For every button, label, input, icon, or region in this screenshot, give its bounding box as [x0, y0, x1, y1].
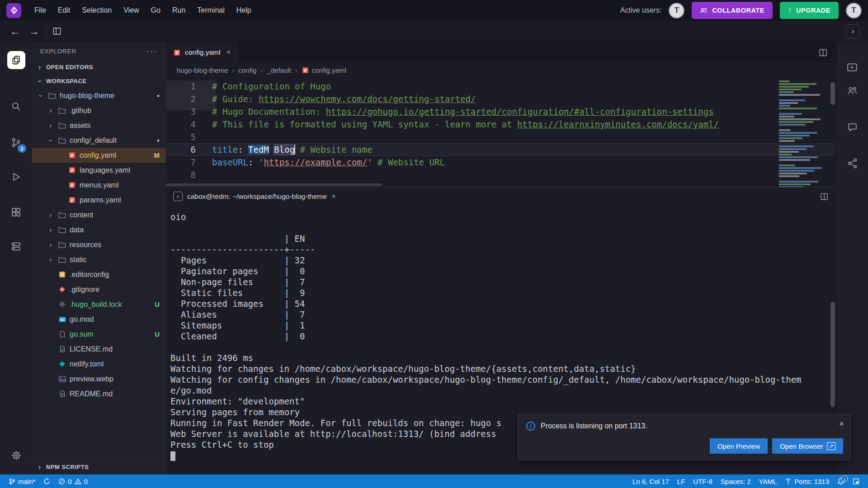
tree-item-README.md[interactable]: ›README.md — [32, 386, 166, 401]
back-button[interactable]: ← — [8, 25, 22, 38]
tree-item-data[interactable]: ›data — [32, 222, 166, 237]
tree-item-resources[interactable]: ›resources — [32, 237, 166, 252]
share-hierarchy-icon[interactable] — [836, 151, 868, 175]
sync-status[interactable] — [39, 474, 54, 488]
source-control-activity-icon[interactable]: 3 — [0, 128, 32, 157]
terminal-close-icon[interactable]: × — [331, 192, 336, 201]
tree-item-menus.yaml[interactable]: ›menus.yaml — [32, 178, 166, 192]
tree-item-.hugo_build.lock[interactable]: ›.hugo_build.lockU — [32, 297, 166, 312]
code-line-3[interactable]: 3# Hugo Documentation: https://gohugo.io… — [166, 105, 836, 118]
tree-item-static[interactable]: ›static — [32, 252, 166, 267]
workspace-section[interactable]: › WORKSPACE — [32, 74, 166, 88]
menu-view[interactable]: View — [118, 4, 145, 17]
layout-columns-icon[interactable] — [52, 26, 62, 36]
tree-item-params.yaml[interactable]: ›params.yaml — [32, 192, 166, 207]
code-line-4[interactable]: 4# This file is formatted using YAML syn… — [166, 118, 836, 131]
comments-icon[interactable] — [836, 115, 868, 139]
tree-item-assets[interactable]: ›assets — [32, 118, 166, 133]
line-number[interactable]: 5 — [166, 131, 212, 143]
tree-item-preview.webp[interactable]: ›preview.webp — [32, 371, 166, 386]
chevron-right-icon[interactable]: › — [47, 241, 55, 249]
tree-item-LICENSE.md[interactable]: ›LICENSE.md — [32, 342, 166, 357]
language-mode-status[interactable]: YAML — [755, 474, 781, 488]
explorer-more-actions-icon[interactable]: ··· — [146, 46, 158, 56]
explorer-activity-icon[interactable] — [0, 46, 32, 75]
tree-item-go.mod[interactable]: ›Gogo.mod — [32, 312, 166, 327]
profile-avatar[interactable]: T — [846, 3, 862, 19]
forward-button[interactable]: → — [27, 25, 41, 38]
open-preview-button[interactable]: Open Preview — [710, 438, 768, 454]
notifications-bell[interactable]: 1 — [833, 474, 849, 488]
tree-item-go.sum[interactable]: ›go.sumU — [32, 327, 166, 342]
editor-horizontal-scrollbar[interactable] — [166, 183, 382, 186]
problems-status[interactable]: 0 0 — [54, 474, 92, 488]
open-editors-section[interactable]: › OPEN EDITORS — [32, 60, 166, 74]
ports-status[interactable]: Ports: 1313 — [781, 474, 833, 488]
editor-scrollbar[interactable] — [830, 82, 835, 105]
npm-scripts-section[interactable]: › NPM SCRIPTS — [32, 459, 166, 474]
split-editor-icon[interactable] — [818, 42, 836, 63]
tab-close-icon[interactable]: × — [226, 48, 231, 57]
open-panel-chevron-icon[interactable]: › — [846, 24, 860, 38]
chevron-right-icon[interactable]: › — [47, 211, 55, 219]
menu-help[interactable]: Help — [231, 4, 257, 17]
chevron-right-icon[interactable]: › — [47, 226, 55, 234]
menu-file[interactable]: File — [28, 4, 52, 17]
tree-item-config/_default[interactable]: ›config/_default● — [32, 133, 166, 148]
chevron-right-icon[interactable]: › — [47, 122, 55, 130]
upgrade-button[interactable]: ↑ UPGRADE — [780, 2, 839, 19]
active-user-avatar[interactable]: T — [669, 3, 684, 19]
extensions-activity-icon[interactable] — [0, 197, 32, 226]
git-branch-status[interactable]: main* — [5, 474, 39, 488]
indentation-status[interactable]: Spaces: 2 — [717, 474, 755, 488]
status-layout-icon[interactable] — [849, 474, 863, 488]
collaborators-icon[interactable] — [836, 79, 868, 103]
settings-gear-icon[interactable] — [0, 441, 32, 470]
breadcrumb-item-_default[interactable]: _default — [267, 66, 291, 74]
collaborate-button[interactable]: COLLABORATE — [692, 2, 773, 19]
breadcrumb-item-config[interactable]: config — [238, 66, 256, 74]
run-debug-activity-icon[interactable] — [0, 162, 32, 191]
tree-item-content[interactable]: ›content — [32, 207, 166, 222]
line-number[interactable]: 4 — [166, 118, 212, 131]
chevron-right-icon[interactable]: › — [47, 256, 55, 264]
code-line-7[interactable]: 7baseURL: 'https://example.com/' # Websi… — [166, 156, 836, 169]
code-line-6[interactable]: 6title: TedM Blog # Website name — [166, 143, 836, 156]
menu-selection[interactable]: Selection — [76, 4, 118, 17]
terminal-scrollbar[interactable] — [830, 302, 835, 407]
menu-edit[interactable]: Edit — [52, 4, 76, 17]
app-preview-icon[interactable] — [836, 56, 868, 79]
chevron-down-icon[interactable]: › — [37, 92, 45, 100]
minimap[interactable] — [779, 80, 829, 187]
breadcrumb-item-config.yaml[interactable]: config.yaml — [302, 66, 346, 74]
tree-item-hugo-blog-theme[interactable]: ›hugo-blog-theme● — [32, 88, 166, 103]
minimap-viewport[interactable] — [166, 80, 216, 110]
menu-terminal[interactable]: Terminal — [191, 4, 230, 17]
terminal-tab-label[interactable]: cabox@tedm: ~/workspace/hugo-blog-theme — [187, 192, 327, 201]
chevron-down-icon[interactable]: › — [47, 136, 55, 145]
breadcrumb-item-hugo-blog-theme[interactable]: hugo-blog-theme — [177, 66, 228, 74]
tree-item-languages.yaml[interactable]: ›languages.yaml — [32, 163, 166, 178]
open-browser-button[interactable]: Open Browser ↗ — [772, 438, 843, 454]
tree-item-.gitignore[interactable]: ›.gitignore — [32, 282, 166, 297]
line-number[interactable]: 8 — [166, 169, 212, 181]
eol-status[interactable]: LF — [673, 474, 689, 488]
code-line-1[interactable]: 1# Configuration of Hugo — [166, 80, 836, 93]
line-number[interactable]: 6 — [166, 143, 212, 156]
menu-run[interactable]: Run — [166, 4, 191, 17]
tree-item-.editorconfig[interactable]: ›.editorconfig — [32, 267, 166, 282]
encoding-status[interactable]: UTF-8 — [689, 474, 717, 488]
remote-explorer-activity-icon[interactable] — [0, 232, 32, 261]
tree-item-.github[interactable]: ›.github — [32, 103, 166, 118]
tree-item-netlify.toml[interactable]: ›netlify.toml — [32, 357, 166, 371]
code-editor[interactable]: 1# Configuration of Hugo2# Guide: https:… — [166, 78, 836, 187]
tab-config-yaml[interactable]: config.yaml × — [166, 42, 238, 63]
split-terminal-icon[interactable] — [820, 192, 829, 201]
code-line-2[interactable]: 2# Guide: https://wowchemy.com/docs/gett… — [166, 93, 836, 105]
notification-close-icon[interactable]: × — [839, 419, 844, 429]
cursor-position-status[interactable]: Ln 6, Col 17 — [628, 474, 673, 488]
code-line-8[interactable]: 8 — [166, 169, 836, 181]
menu-go[interactable]: Go — [145, 4, 166, 17]
tree-item-config.yaml[interactable]: ›config.yamlM — [32, 148, 166, 163]
search-activity-icon[interactable] — [0, 92, 32, 121]
